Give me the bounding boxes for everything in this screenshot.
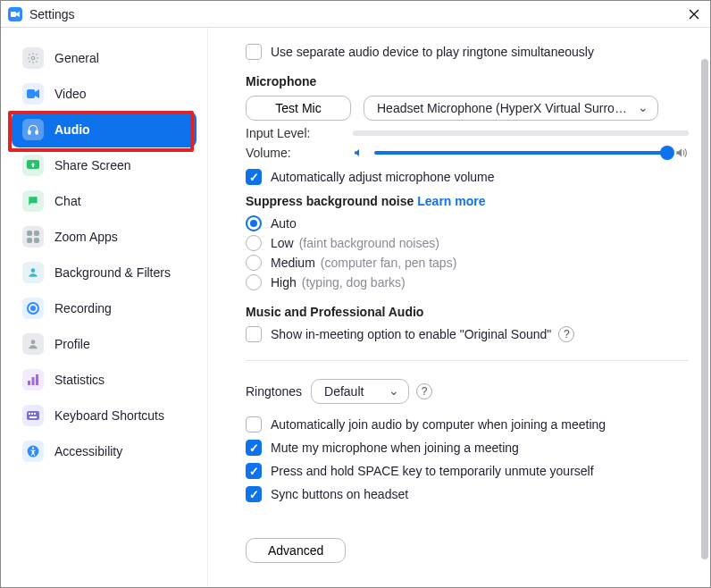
zoom-logo-icon — [8, 7, 22, 21]
checkbox-separate-audio[interactable] — [246, 44, 262, 60]
scrollbar-thumb[interactable] — [701, 59, 708, 559]
video-icon — [22, 83, 44, 105]
label-space-unmute: Press and hold SPACE key to temporarily … — [271, 464, 594, 478]
mic-device-dropdown[interactable]: Headset Microphone (HyperX Virtual Surro… — [364, 96, 658, 121]
sidebar-label: Recording — [54, 301, 112, 315]
svg-point-13 — [31, 340, 36, 344]
share-screen-icon — [22, 155, 44, 176]
svg-rect-17 — [27, 411, 39, 420]
sidebar-label: Accessibility — [54, 444, 122, 458]
sidebar-label: Profile — [54, 337, 90, 351]
radio-hint: (typing, dog barks) — [302, 275, 406, 290]
section-microphone: Microphone — [246, 74, 689, 88]
help-icon[interactable]: ? — [416, 383, 432, 399]
svg-rect-20 — [34, 413, 36, 415]
svg-rect-2 — [27, 89, 35, 98]
slider-thumb[interactable] — [660, 146, 674, 160]
sidebar-item-keyboard-shortcuts[interactable]: Keyboard Shortcuts — [12, 398, 197, 433]
svg-point-1 — [31, 56, 35, 60]
test-mic-button[interactable]: Test Mic — [246, 96, 351, 121]
checkbox-space-unmute[interactable] — [246, 463, 262, 479]
learn-more-link[interactable]: Learn more — [417, 194, 485, 208]
radio-hint: (faint background noises) — [299, 236, 439, 250]
sidebar-item-share-screen[interactable]: Share Screen — [12, 147, 197, 183]
sidebar-item-general[interactable]: General — [12, 40, 197, 76]
headphones-icon — [22, 119, 44, 140]
sidebar-label: Chat — [54, 194, 81, 208]
ringtones-label: Ringtones — [246, 384, 302, 399]
svg-rect-8 — [27, 238, 32, 243]
radio-noise-medium[interactable] — [246, 255, 262, 271]
sidebar: General Video Audio Share Screen Chat — [1, 28, 208, 587]
sidebar-item-statistics[interactable]: Statistics — [12, 362, 197, 398]
ringtones-dropdown[interactable]: Default — [311, 379, 409, 404]
background-filters-icon — [22, 262, 44, 283]
svg-rect-15 — [32, 377, 35, 385]
checkbox-auto-adjust[interactable] — [246, 169, 262, 185]
radio-hint: (computer fan, pen taps) — [321, 256, 457, 270]
volume-label: Volume: — [246, 146, 353, 160]
close-button[interactable] — [685, 5, 703, 23]
sidebar-label: General — [54, 51, 99, 65]
label-separate-audio: Use separate audio device to play ringto… — [271, 45, 594, 59]
svg-point-12 — [30, 306, 36, 311]
section-music-pro-audio: Music and Professional Audio — [246, 305, 689, 319]
section-suppress-noise: Suppress background noise — [246, 194, 414, 208]
keyboard-icon — [22, 405, 44, 426]
sidebar-item-chat[interactable]: Chat — [12, 183, 197, 219]
sidebar-label: Zoom Apps — [54, 230, 118, 244]
svg-rect-4 — [36, 130, 38, 134]
checkbox-original-sound[interactable] — [246, 326, 262, 342]
checkbox-auto-join-audio[interactable] — [246, 416, 262, 433]
radio-label: Medium — [271, 256, 315, 270]
svg-rect-7 — [34, 231, 39, 236]
checkbox-mute-on-join[interactable] — [246, 440, 262, 456]
radio-noise-high[interactable] — [246, 274, 262, 290]
sidebar-label: Audio — [54, 122, 90, 137]
advanced-button[interactable]: Advanced — [246, 538, 346, 563]
svg-rect-21 — [29, 416, 37, 418]
sidebar-item-video[interactable]: Video — [12, 76, 197, 112]
sidebar-label: Keyboard Shortcuts — [54, 408, 164, 423]
svg-rect-19 — [31, 413, 33, 415]
radio-label: High — [271, 275, 297, 290]
window-title: Settings — [29, 7, 75, 21]
sidebar-label: Video — [54, 87, 87, 101]
sidebar-item-background-filters[interactable]: Background & Filters — [12, 255, 197, 290]
gear-icon — [22, 47, 44, 69]
svg-rect-6 — [27, 231, 32, 236]
svg-rect-14 — [28, 381, 30, 385]
radio-noise-auto[interactable] — [246, 215, 262, 231]
sidebar-label: Background & Filters — [54, 265, 171, 280]
checkbox-sync-headset[interactable] — [246, 486, 262, 502]
input-level-label: Input Level: — [246, 126, 353, 140]
svg-rect-16 — [36, 374, 38, 385]
svg-rect-3 — [29, 130, 30, 134]
svg-rect-0 — [11, 12, 16, 17]
titlebar: Settings — [1, 1, 710, 28]
label-original-sound: Show in-meeting option to enable "Origin… — [271, 327, 551, 341]
statistics-icon — [22, 369, 44, 391]
recording-icon — [22, 298, 44, 319]
label-mute-on-join: Mute my microphone when joining a meetin… — [271, 441, 519, 455]
label-auto-join: Automatically join audio by computer whe… — [271, 417, 606, 432]
help-icon[interactable]: ? — [558, 326, 574, 342]
speaker-high-icon — [674, 147, 689, 159]
sidebar-item-accessibility[interactable]: Accessibility — [12, 433, 197, 469]
accessibility-icon — [22, 441, 44, 462]
input-level-meter — [353, 130, 689, 136]
sidebar-item-audio[interactable]: Audio — [12, 112, 197, 147]
sidebar-item-profile[interactable]: Profile — [12, 326, 197, 362]
chat-icon — [22, 190, 44, 212]
radio-noise-low[interactable] — [246, 235, 262, 251]
sidebar-item-recording[interactable]: Recording — [12, 290, 197, 326]
divider — [246, 360, 689, 361]
mic-volume-slider[interactable] — [374, 151, 667, 155]
scrollbar[interactable] — [698, 28, 710, 587]
sidebar-item-zoom-apps[interactable]: Zoom Apps — [12, 219, 197, 255]
label-sync-headset: Sync buttons on headset — [271, 487, 408, 501]
radio-label: Auto — [271, 216, 297, 231]
profile-icon — [22, 333, 44, 355]
svg-point-10 — [31, 268, 36, 273]
sidebar-label: Statistics — [54, 373, 105, 387]
